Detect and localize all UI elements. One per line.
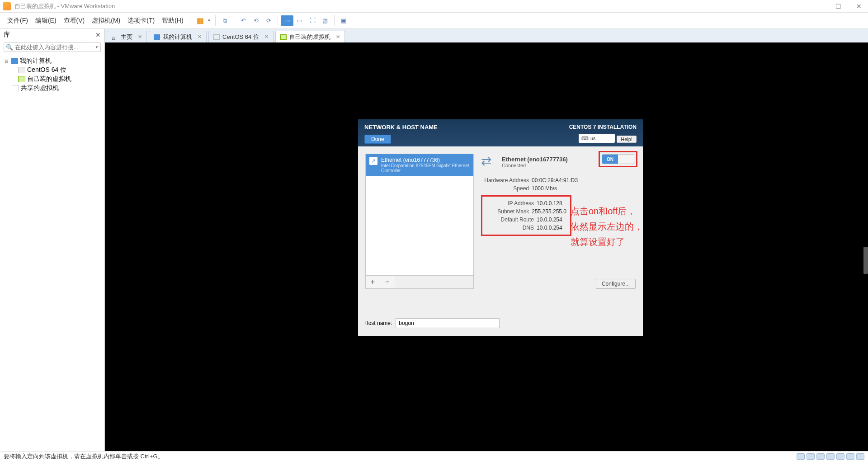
tab-centos[interactable]: CentOS 64 位 ✕ (208, 31, 274, 42)
row-mask: Subnet Mask 255.255.255.0 (486, 207, 566, 216)
search-input[interactable] (15, 44, 93, 51)
add-button[interactable]: + (366, 276, 380, 288)
tab-close-icon[interactable]: ✕ (336, 34, 340, 40)
value: 10.0.0.254 (537, 216, 562, 223)
tab-home[interactable]: ⌂ 主页 ✕ (107, 31, 147, 42)
value: 255.255.255.0 (532, 208, 566, 215)
take-snapshot-icon[interactable]: ⟳ (262, 15, 275, 26)
nic-name: Ethernet (eno16777736) (381, 157, 470, 163)
device-sound-icon[interactable] (836, 453, 844, 460)
tab-close-icon[interactable]: ✕ (198, 34, 202, 40)
separator (190, 15, 190, 26)
connection-toggle[interactable]: ON (602, 154, 634, 164)
tree-label: CentOS 64 位 (27, 66, 66, 74)
menu-file[interactable]: 文件(F) (4, 17, 32, 25)
sidebar-header: 库 ✕ (0, 29, 104, 41)
tab-label: 主页 (121, 33, 132, 41)
dropdown-icon[interactable]: ▼ (208, 19, 211, 23)
view-console-icon[interactable]: ▭ (281, 15, 293, 26)
hostname-input[interactable] (396, 318, 500, 328)
label: Hardware Address (481, 177, 532, 183)
tab-label: CentOS 64 位 (222, 33, 259, 41)
home-icon: ⌂ (112, 34, 118, 40)
revert-icon[interactable]: ↶ (237, 15, 250, 26)
label: Speed (481, 185, 532, 192)
row-route: Default Route 10.0.0.254 (486, 216, 566, 224)
menu-vm[interactable]: 虚拟机(M) (88, 17, 124, 25)
nic-description: Intel Corporation 82545EM Gigabit Ethern… (381, 163, 470, 173)
maximize-button[interactable]: ☐ (832, 3, 844, 10)
tab-selfvm[interactable]: 自己装的虚拟机 ✕ (275, 31, 345, 42)
vm-running-icon (280, 34, 287, 40)
network-listbox[interactable]: ↗ Ethernet (eno16777736) Intel Corporati… (365, 154, 474, 276)
device-hdd-icon[interactable] (797, 453, 805, 460)
snapshot-manager-icon[interactable]: ⟲ (250, 15, 262, 26)
pause-icon[interactable]: ▮▮ (195, 16, 205, 25)
menu-tabs[interactable]: 选项卡(T) (124, 17, 158, 25)
computer-icon (11, 58, 18, 64)
tree-shared-vms[interactable]: 共享的虚拟机 (4, 84, 101, 93)
shared-icon (12, 85, 19, 91)
device-display-icon[interactable] (856, 453, 864, 460)
separator (334, 15, 335, 26)
sidebar: 库 ✕ 🔍 ▼ ⊟ 我的计算机 CentOS 64 位 自己装的虚拟机 (0, 29, 105, 451)
device-usb-icon[interactable] (826, 453, 835, 460)
minimize-button[interactable]: — (811, 3, 824, 10)
tree-label: 自己装的虚拟机 (27, 75, 71, 83)
annotation-line: 就算设置好了 (571, 234, 643, 249)
vm-running-icon (18, 76, 25, 82)
tab-close-icon[interactable]: ✕ (138, 34, 142, 40)
snapshot-icon[interactable]: ⧉ (218, 15, 231, 26)
scrollbar[interactable] (863, 247, 868, 274)
content-area: ⌂ 主页 ✕ 我的计算机 ✕ CentOS 64 位 ✕ 自己装的虚拟机 ✕ (105, 29, 868, 451)
keyboard-layout-label: us (590, 136, 596, 141)
label: Subnet Mask (486, 208, 532, 215)
done-button[interactable]: Done (364, 135, 391, 144)
tab-bar: ⌂ 主页 ✕ 我的计算机 ✕ CentOS 64 位 ✕ 自己装的虚拟机 ✕ (105, 29, 868, 42)
menu-view[interactable]: 查看(V) (60, 17, 89, 25)
sidebar-search[interactable]: 🔍 ▼ (4, 42, 101, 52)
value: 1000 Mb/s (532, 185, 557, 192)
keyboard-layout-button[interactable]: us (579, 134, 615, 143)
annotation-line: 依然显示左边的， (571, 219, 643, 234)
toolbar-power-group: ▮▮▼ (193, 16, 213, 25)
close-button[interactable]: ✕ (853, 3, 865, 10)
menu-edit[interactable]: 编辑(E) (32, 17, 60, 25)
collapse-icon[interactable]: ⊟ (4, 59, 9, 64)
tab-mycomputer[interactable]: 我的计算机 ✕ (149, 31, 207, 42)
device-tray (797, 453, 864, 460)
separator (215, 15, 216, 26)
menu-help[interactable]: 帮助(H) (158, 17, 187, 25)
toggle-knob (618, 155, 634, 164)
network-list-item[interactable]: ↗ Ethernet (eno16777736) Intel Corporati… (366, 154, 473, 176)
tree-root-mycomputer[interactable]: ⊟ 我的计算机 (4, 56, 101, 66)
help-button[interactable]: Help! (617, 136, 637, 143)
library-tree: ⊟ 我的计算机 CentOS 64 位 自己装的虚拟机 共享的虚拟机 (0, 54, 104, 95)
annotation-line: 点击on和off后， (571, 203, 643, 219)
chevron-down-icon[interactable]: ▼ (95, 45, 99, 49)
installer-header: NETWORK & HOST NAME Done CENTOS 7 INSTAL… (358, 119, 643, 146)
seamless-icon[interactable]: ▧ (319, 15, 331, 26)
window-title: 自己装的虚拟机 - VMware Workstation (14, 2, 115, 10)
installer-product: CENTOS 7 INSTALLATION (569, 124, 637, 130)
configure-button[interactable]: Configure... (596, 279, 636, 289)
vm-console[interactable]: NETWORK & HOST NAME Done CENTOS 7 INSTAL… (105, 42, 868, 451)
tree-item-centos[interactable]: CentOS 64 位 (4, 66, 101, 75)
view-unity-icon[interactable]: ▭ (293, 15, 306, 26)
tree-item-selfvm[interactable]: 自己装的虚拟机 (4, 75, 101, 84)
remove-button[interactable]: − (380, 276, 395, 288)
separator (234, 15, 234, 26)
fullscreen-icon[interactable]: ⛶ (306, 15, 319, 26)
hostname-row: Host name: (364, 318, 500, 328)
vm-icon (18, 67, 25, 73)
hostname-label: Host name: (364, 320, 392, 326)
device-net-icon[interactable] (816, 453, 825, 460)
device-cd-icon[interactable] (807, 453, 815, 460)
tab-close-icon[interactable]: ✕ (264, 34, 269, 40)
row-speed: Speed 1000 Mb/s (481, 184, 636, 193)
app-logo-icon (3, 2, 11, 10)
status-bar: 要将输入定向到该虚拟机，请在虚拟机内部单击或按 Ctrl+G。 (0, 451, 868, 461)
device-printer-icon[interactable] (846, 453, 854, 460)
sidebar-close-icon[interactable]: ✕ (95, 31, 101, 38)
library-icon[interactable]: ▣ (337, 15, 350, 26)
